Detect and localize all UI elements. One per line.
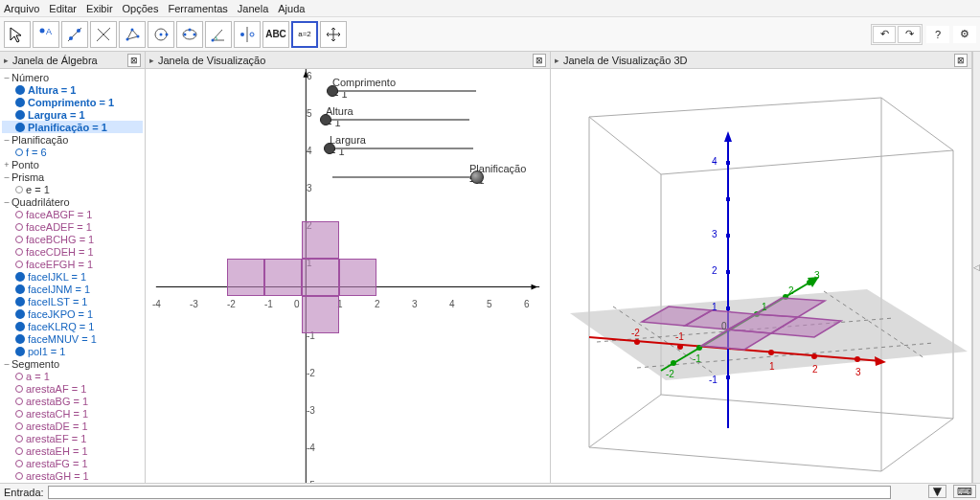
tick-y: -4 bbox=[307, 443, 315, 453]
view2d-header[interactable]: ▸ Janela de Visualização ⊠ bbox=[146, 52, 550, 69]
svg-marker-42 bbox=[724, 131, 732, 142]
svg-point-45 bbox=[768, 350, 774, 355]
algebra-item[interactable]: pol1 = 1 bbox=[2, 345, 143, 357]
net-face bbox=[227, 259, 264, 296]
right-sidebar-handle[interactable]: ◁ bbox=[972, 52, 980, 483]
command-input[interactable] bbox=[48, 486, 891, 499]
category-segmento[interactable]: –Segmento bbox=[2, 357, 143, 370]
collapse-icon: ▸ bbox=[555, 56, 559, 65]
algebra-item[interactable]: a = 1 bbox=[2, 370, 143, 382]
tool-perpendicular[interactable] bbox=[90, 21, 117, 48]
menu-arquivo[interactable]: Arquivo bbox=[4, 3, 39, 14]
svg-text:-1: -1 bbox=[709, 375, 718, 385]
view3d-panel: ▸ Janela de Visualização 3D ⊠ bbox=[551, 52, 972, 483]
algebra-item[interactable]: faceJKPO = 1 bbox=[2, 307, 143, 320]
algebra-tree[interactable]: –NúmeroAltura = 1Comprimento = 1Largura … bbox=[0, 69, 145, 483]
menu-exibir[interactable]: Exibir bbox=[86, 3, 113, 14]
algebra-item[interactable]: arestaAF = 1 bbox=[2, 382, 143, 395]
algebra-item[interactable]: arestaEH = 1 bbox=[2, 444, 143, 457]
slider-thumb[interactable] bbox=[324, 143, 335, 154]
algebra-item[interactable]: faceMNUV = 1 bbox=[2, 332, 143, 345]
tool-circle[interactable] bbox=[148, 21, 174, 48]
tick-x: -1 bbox=[264, 299, 273, 309]
svg-text:1: 1 bbox=[762, 302, 767, 312]
algebra-item[interactable]: faceADEF = 1 bbox=[2, 220, 143, 233]
tool-polygon[interactable] bbox=[119, 21, 146, 48]
slider-thumb[interactable] bbox=[320, 114, 331, 125]
svg-text:-1: -1 bbox=[693, 353, 701, 364]
algebra-item[interactable]: e = 1 bbox=[2, 183, 143, 195]
algebra-item[interactable]: Planificação = 1 bbox=[2, 121, 143, 133]
tool-reflect[interactable] bbox=[234, 21, 261, 48]
view3d-canvas[interactable]: 0 -2 -1 1 2 3 -2 -1 1 2 3 1 2 3 4 -1 bbox=[551, 69, 971, 483]
algebra-item[interactable]: faceKLRQ = 1 bbox=[2, 320, 143, 332]
algebra-title: Janela de Álgebra bbox=[12, 55, 98, 66]
menu-opcoes[interactable]: Opções bbox=[123, 3, 159, 14]
algebra-item[interactable]: f = 6 bbox=[2, 146, 143, 158]
toolbar: A ABC a=2 ↶ ↷ ? ⚙ bbox=[0, 17, 980, 52]
algebra-item[interactable]: arestaDE = 1 bbox=[2, 420, 143, 432]
tool-pan[interactable] bbox=[320, 21, 347, 48]
menu-ferramentas[interactable]: Ferramentas bbox=[168, 3, 227, 14]
algebra-item[interactable]: arestaGH = 1 bbox=[2, 469, 143, 482]
view3d-header[interactable]: ▸ Janela de Visualização 3D ⊠ bbox=[551, 52, 971, 69]
algebra-item[interactable]: arestaBG = 1 bbox=[2, 395, 143, 407]
algebra-item[interactable]: faceIJKL = 1 bbox=[2, 270, 143, 283]
tick-x: 4 bbox=[449, 299, 455, 309]
tool-slider[interactable]: a=2 bbox=[291, 21, 318, 48]
slider-thumb[interactable] bbox=[327, 85, 338, 97]
category-número[interactable]: –Número bbox=[2, 71, 143, 83]
category-quadrilátero[interactable]: –Quadrilátero bbox=[2, 195, 143, 208]
menu-editar[interactable]: Editar bbox=[49, 3, 77, 14]
tick-x: -4 bbox=[152, 299, 161, 309]
algebra-item[interactable]: Largura = 1 bbox=[2, 108, 143, 121]
view2d-canvas[interactable]: -4 -3 -2 -1 0 1 2 3 4 5 6 6 5 4 3 2 1 -1… bbox=[146, 69, 550, 483]
tool-angle[interactable] bbox=[205, 21, 232, 48]
algebra-item[interactable]: Altura = 1 bbox=[2, 83, 143, 96]
algebra-header[interactable]: ▸ Janela de Álgebra ⊠ bbox=[0, 52, 145, 69]
svg-rect-57 bbox=[726, 161, 730, 165]
algebra-item[interactable]: faceBCHG = 1 bbox=[2, 233, 143, 245]
tool-point[interactable]: A bbox=[33, 21, 59, 48]
algebra-close[interactable]: ⊠ bbox=[127, 54, 141, 67]
undo-button[interactable]: ↶ bbox=[873, 26, 896, 43]
category-prisma[interactable]: –Prisma bbox=[2, 170, 143, 183]
svg-text:-2: -2 bbox=[666, 369, 674, 379]
algebra-item[interactable]: arestaEF = 1 bbox=[2, 432, 143, 444]
algebra-item[interactable]: arestaCH = 1 bbox=[2, 407, 143, 420]
keyboard-icon[interactable]: ⌨ bbox=[953, 485, 976, 498]
svg-text:2: 2 bbox=[812, 364, 818, 375]
tool-text[interactable]: ABC bbox=[262, 21, 289, 48]
menu-janela[interactable]: Janela bbox=[238, 3, 268, 14]
algebra-item[interactable]: faceABGF = 1 bbox=[2, 208, 143, 220]
category-planificação[interactable]: –Planificação bbox=[2, 133, 143, 146]
settings-button[interactable]: ⚙ bbox=[953, 26, 976, 43]
dropdown-icon[interactable]: ⯆ bbox=[928, 485, 946, 498]
view2d-close[interactable]: ⊠ bbox=[533, 54, 546, 67]
svg-marker-26 bbox=[589, 98, 953, 174]
algebra-item[interactable]: faceILST = 1 bbox=[2, 295, 143, 307]
svg-point-12 bbox=[160, 33, 163, 35]
tick-x: 0 bbox=[294, 299, 300, 309]
category-ponto[interactable]: +Ponto bbox=[2, 158, 143, 170]
svg-point-47 bbox=[855, 356, 860, 362]
algebra-item[interactable]: faceIJNM = 1 bbox=[2, 283, 143, 295]
help-button[interactable]: ? bbox=[926, 26, 949, 43]
tick-x: 3 bbox=[412, 299, 418, 309]
algebra-item[interactable]: arestaFG = 1 bbox=[2, 457, 143, 469]
algebra-item[interactable]: faceCDEH = 1 bbox=[2, 245, 143, 258]
tick-y: 3 bbox=[307, 183, 312, 193]
tool-line[interactable] bbox=[61, 21, 88, 48]
slider-thumb[interactable] bbox=[470, 170, 484, 184]
algebra-item[interactable]: Comprimento = 1 bbox=[2, 96, 143, 108]
tick-y: -3 bbox=[307, 405, 315, 416]
redo-button[interactable]: ↷ bbox=[898, 26, 921, 43]
view3d-close[interactable]: ⊠ bbox=[954, 54, 968, 67]
tool-move[interactable] bbox=[4, 21, 31, 48]
slider-label: Comprimento = 1 bbox=[332, 77, 396, 100]
menu-ajuda[interactable]: Ajuda bbox=[278, 3, 305, 14]
algebra-item[interactable]: faceEFGH = 1 bbox=[2, 258, 143, 270]
slider-label: Largura = 1 bbox=[330, 134, 366, 157]
svg-rect-55 bbox=[726, 234, 730, 238]
tool-conic[interactable] bbox=[176, 21, 203, 48]
